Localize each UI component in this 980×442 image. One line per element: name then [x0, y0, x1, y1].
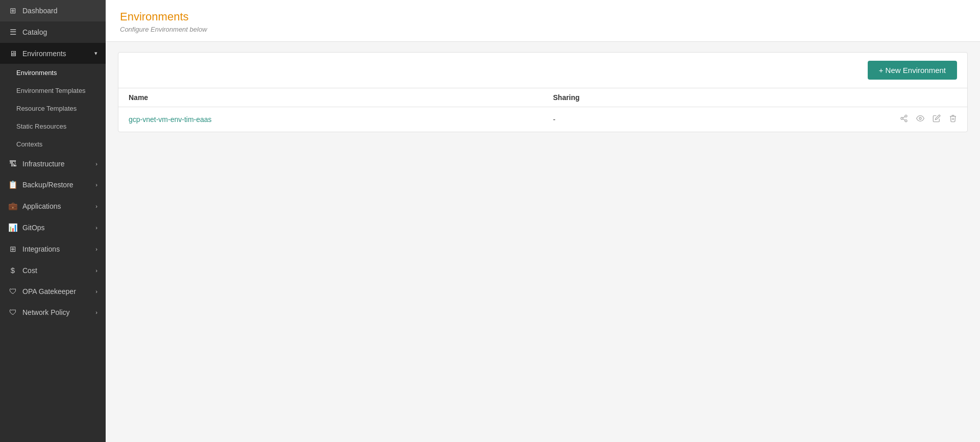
page-title: Environments: [120, 10, 966, 23]
sidebar-sub-label: Contexts: [16, 140, 42, 148]
sidebar-item-label: OPA Gatekeeper: [22, 287, 76, 296]
applications-icon: 💼: [8, 202, 17, 211]
sidebar-item-gitops[interactable]: 📊 GitOps ›: [0, 217, 106, 238]
sidebar-item-infrastructure[interactable]: 🏗 Infrastructure ›: [0, 153, 106, 174]
environments-icon: 🖥: [8, 49, 17, 58]
delete-icon[interactable]: [949, 114, 957, 125]
sidebar: ⊞ Dashboard ☰ Catalog 🖥 Environments ▾ E…: [0, 0, 106, 442]
svg-point-5: [919, 117, 921, 119]
sidebar-sub-environments[interactable]: Environments: [0, 64, 106, 82]
sidebar-item-label: Environments: [22, 50, 66, 58]
opa-icon: 🛡: [8, 287, 17, 296]
chevron-right-icon: ›: [95, 203, 97, 209]
svg-line-3: [903, 119, 905, 120]
gitops-icon: 📊: [8, 223, 17, 232]
sidebar-item-label: Integrations: [22, 245, 60, 253]
sidebar-item-backup-restore[interactable]: 📋 Backup/Restore ›: [0, 174, 106, 195]
share-icon[interactable]: [900, 114, 908, 125]
chevron-right-icon: ›: [95, 246, 97, 252]
sidebar-item-catalog[interactable]: ☰ Catalog: [0, 21, 106, 43]
sidebar-item-opa-gatekeeper[interactable]: 🛡 OPA Gatekeeper ›: [0, 281, 106, 302]
sidebar-sub-environment-templates[interactable]: Environment Templates: [0, 82, 106, 100]
sidebar-item-network-policy[interactable]: 🛡 Network Policy ›: [0, 302, 106, 323]
sidebar-sub-contexts[interactable]: Contexts: [0, 135, 106, 153]
sidebar-sub-static-resources[interactable]: Static Resources: [0, 117, 106, 135]
sidebar-item-label: Applications: [22, 202, 61, 210]
sidebar-item-applications[interactable]: 💼 Applications ›: [0, 195, 106, 217]
chevron-right-icon: ›: [95, 225, 97, 231]
col-header-actions: [797, 88, 967, 107]
infrastructure-icon: 🏗: [8, 159, 17, 168]
sidebar-item-label: Infrastructure: [22, 160, 64, 168]
cell-sharing: -: [543, 107, 798, 132]
col-header-name: Name: [118, 88, 543, 107]
dashboard-icon: ⊞: [8, 6, 17, 15]
sidebar-item-label: Cost: [22, 266, 37, 275]
sidebar-item-dashboard[interactable]: ⊞ Dashboard: [0, 0, 106, 21]
cell-name[interactable]: gcp-vnet-vm-env-tim-eaas: [118, 107, 543, 132]
chevron-right-icon: ›: [95, 267, 97, 274]
sidebar-item-integrations[interactable]: ⊞ Integrations ›: [0, 238, 106, 260]
edit-icon[interactable]: [933, 114, 941, 125]
sidebar-sub-resource-templates[interactable]: Resource Templates: [0, 100, 106, 117]
main-content: Environments Configure Environment below…: [106, 0, 980, 442]
page-body: + New Environment Name Sharing gcp-vnet-…: [106, 42, 980, 442]
svg-point-2: [905, 120, 907, 122]
svg-point-1: [901, 117, 903, 119]
network-icon: 🛡: [8, 308, 17, 316]
cell-actions: [797, 107, 967, 132]
col-header-sharing: Sharing: [543, 88, 798, 107]
environments-table-container: + New Environment Name Sharing gcp-vnet-…: [118, 52, 968, 132]
catalog-icon: ☰: [8, 28, 17, 37]
new-environment-button[interactable]: + New Environment: [868, 61, 957, 80]
sidebar-item-label: GitOps: [22, 224, 45, 232]
svg-line-4: [903, 116, 905, 118]
chevron-right-icon: ›: [95, 309, 97, 315]
environment-link[interactable]: gcp-vnet-vm-env-tim-eaas: [129, 115, 212, 124]
sidebar-item-label: Catalog: [22, 28, 47, 36]
integrations-icon: ⊞: [8, 244, 17, 254]
cost-icon: $: [8, 266, 17, 275]
backup-icon: 📋: [8, 180, 17, 189]
view-icon[interactable]: [916, 114, 924, 125]
page-subtitle: Configure Environment below: [120, 26, 966, 33]
svg-point-0: [905, 115, 907, 117]
chevron-right-icon: ›: [95, 288, 97, 294]
sidebar-sub-label: Resource Templates: [16, 105, 77, 112]
sidebar-item-label: Dashboard: [22, 7, 58, 15]
page-header: Environments Configure Environment below: [106, 0, 980, 42]
sidebar-sub-label: Environments: [16, 69, 57, 77]
table-row: gcp-vnet-vm-env-tim-eaas -: [118, 107, 967, 132]
sidebar-sub-label: Environment Templates: [16, 87, 86, 94]
environments-table: Name Sharing gcp-vnet-vm-env-tim-eaas -: [118, 88, 967, 132]
chevron-down-icon: ▾: [94, 50, 97, 57]
sidebar-sub-label: Static Resources: [16, 122, 66, 130]
sidebar-item-cost[interactable]: $ Cost ›: [0, 260, 106, 281]
sidebar-item-environments[interactable]: 🖥 Environments ▾: [0, 43, 106, 64]
sidebar-item-label: Network Policy: [22, 308, 70, 316]
row-actions: [807, 114, 957, 125]
chevron-right-icon: ›: [95, 161, 97, 167]
chevron-right-icon: ›: [95, 182, 97, 188]
table-toolbar: + New Environment: [118, 53, 967, 88]
sidebar-item-label: Backup/Restore: [22, 181, 74, 189]
